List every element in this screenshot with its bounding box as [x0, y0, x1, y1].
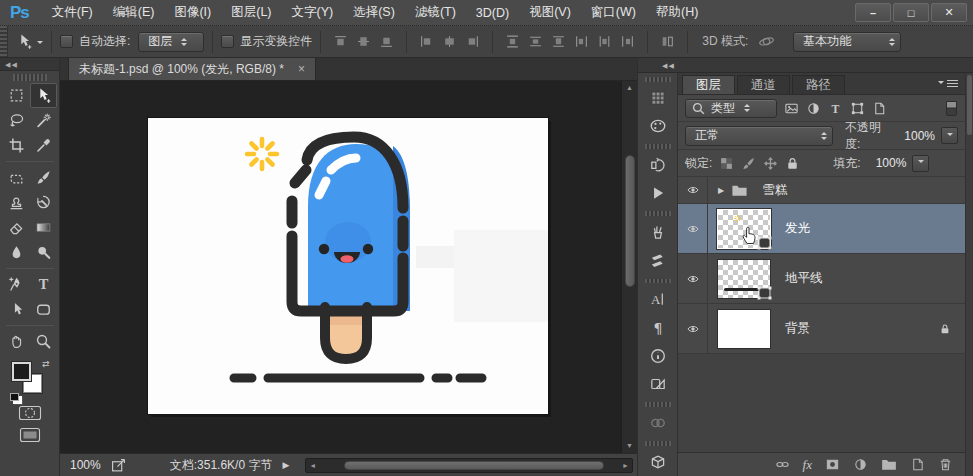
vertical-scroll-thumb[interactable]	[625, 155, 635, 287]
scroll-up-icon[interactable]: ▲	[626, 81, 633, 95]
horizontal-scroll-thumb[interactable]	[344, 461, 604, 470]
panel-scroll-thumb[interactable]	[967, 75, 972, 135]
patch-tool[interactable]	[3, 165, 30, 190]
align-left-edges-icon[interactable]	[415, 34, 438, 49]
rounded-rectangle-tool[interactable]	[30, 297, 57, 322]
menu-view[interactable]: 视图(V)	[519, 4, 581, 21]
type-tool[interactable]: T	[30, 272, 57, 297]
path-selection-tool[interactable]	[3, 297, 30, 322]
layer-name[interactable]: 地平线	[785, 270, 823, 287]
opacity-dropdown-button[interactable]	[941, 127, 958, 144]
strip-gripper[interactable]	[645, 441, 671, 446]
distribute-spacing-icon[interactable]	[656, 34, 679, 49]
layer-thumbnail[interactable]	[717, 259, 771, 299]
distribute-top-edges-icon[interactable]	[501, 34, 524, 49]
3d-panel-icon[interactable]	[638, 448, 677, 476]
eraser-tool[interactable]	[3, 215, 30, 240]
info-panel-icon[interactable]	[638, 342, 677, 370]
filter-type-layers-icon[interactable]: T	[828, 101, 843, 116]
zoom-tool[interactable]	[30, 329, 57, 354]
layer-name[interactable]: 雪糕	[762, 182, 787, 199]
visibility-cell[interactable]	[678, 254, 708, 303]
blur-tool[interactable]	[3, 240, 30, 265]
menu-image[interactable]: 图像(I)	[164, 4, 221, 21]
distribute-vertical-centers-icon[interactable]	[524, 34, 547, 49]
layer-thumbnail[interactable]	[717, 209, 771, 249]
canvas[interactable]	[148, 118, 548, 414]
filter-adjustment-layers-icon[interactable]	[806, 101, 821, 116]
scroll-right-icon[interactable]: ►	[622, 462, 629, 469]
swatches-grid-panel-icon[interactable]	[638, 84, 677, 112]
clone-stamp-tool[interactable]	[3, 190, 30, 215]
scroll-down-icon[interactable]: ▼	[626, 439, 633, 453]
quick-mask-button[interactable]	[18, 405, 42, 421]
opacity-field[interactable]: 100%	[902, 127, 958, 144]
eyedropper-tool[interactable]	[30, 133, 57, 158]
distribute-horizontal-centers-icon[interactable]	[593, 34, 616, 49]
strip-gripper[interactable]	[645, 402, 671, 407]
menu-type[interactable]: 文字(Y)	[282, 4, 344, 21]
pen-tool[interactable]	[3, 272, 30, 297]
strip-gripper[interactable]	[645, 77, 671, 82]
lasso-tool[interactable]	[3, 108, 30, 133]
layer-style-button[interactable]: fx	[803, 457, 812, 473]
show-transform-checkbox[interactable]	[221, 35, 234, 48]
actions-panel-icon[interactable]	[638, 179, 677, 207]
panel-scrollbar[interactable]	[965, 73, 973, 476]
zoom-level[interactable]: 100%	[70, 458, 101, 472]
paragraph-panel-icon[interactable]: ¶	[638, 314, 677, 342]
move-tool-preset-icon[interactable]	[12, 33, 37, 50]
menu-layer[interactable]: 图层(L)	[221, 4, 281, 21]
visibility-cell[interactable]	[678, 204, 708, 253]
layer-row-glow[interactable]: 发光	[678, 204, 965, 254]
new-layer-button[interactable]	[910, 457, 925, 472]
group-expander-icon[interactable]: ▶	[718, 186, 724, 195]
toolbar-collapse[interactable]: ◀◀	[0, 58, 59, 71]
close-button[interactable]: ✕	[931, 3, 967, 22]
lock-all-icon[interactable]	[785, 156, 800, 171]
options-bar-gripper[interactable]	[0, 26, 8, 57]
dodge-tool[interactable]	[30, 240, 57, 265]
menu-select[interactable]: 选择(S)	[343, 4, 405, 21]
fill-field[interactable]: 100%	[874, 155, 930, 172]
menu-file[interactable]: 文件(F)	[42, 4, 103, 21]
align-top-edges-icon[interactable]	[329, 34, 352, 49]
delete-layer-button[interactable]	[938, 457, 953, 472]
filter-pixel-layers-icon[interactable]	[784, 101, 799, 116]
export-icon[interactable]	[111, 458, 126, 473]
layer-row-background[interactable]: 背景	[678, 304, 965, 354]
lock-transparency-icon[interactable]	[719, 156, 734, 171]
layer-row-group[interactable]: ▶ 雪糕	[678, 177, 965, 204]
layer-name[interactable]: 背景	[785, 320, 810, 337]
history-brush-tool[interactable]	[30, 190, 57, 215]
status-expand-icon[interactable]: ▶	[282, 460, 289, 470]
strip-gripper[interactable]	[645, 211, 671, 216]
minimize-button[interactable]: –	[855, 3, 891, 22]
tab-layers[interactable]: 图层	[682, 75, 735, 94]
screen-mode-button[interactable]	[19, 427, 41, 443]
auto-select-target-select[interactable]: 图层	[138, 32, 204, 52]
menu-help[interactable]: 帮助(H)	[646, 4, 708, 21]
libraries-panel-icon[interactable]	[638, 409, 677, 437]
menu-3d[interactable]: 3D(D)	[466, 6, 519, 20]
fill-dropdown-button[interactable]	[912, 155, 929, 172]
layer-row-horizon[interactable]: 地平线	[678, 254, 965, 304]
menu-edit[interactable]: 编辑(E)	[103, 4, 165, 21]
swap-colors-icon[interactable]: ⇄	[42, 359, 50, 369]
panel-menu-button[interactable]	[938, 73, 965, 94]
color-panel-icon[interactable]	[638, 112, 677, 140]
visibility-cell[interactable]	[678, 304, 708, 353]
distribute-bottom-edges-icon[interactable]	[547, 34, 570, 49]
gradient-tool[interactable]	[30, 215, 57, 240]
align-bottom-edges-icon[interactable]	[375, 34, 398, 49]
brush-presets-panel-icon[interactable]	[638, 218, 677, 246]
align-vertical-centers-icon[interactable]	[352, 34, 375, 49]
distribute-right-edges-icon[interactable]	[616, 34, 639, 49]
blend-mode-select[interactable]: 正常	[685, 126, 833, 146]
strip-gripper[interactable]	[645, 144, 671, 149]
new-group-button[interactable]	[881, 458, 897, 471]
hand-tool[interactable]	[3, 329, 30, 354]
history-panel-icon[interactable]	[638, 151, 677, 179]
align-right-edges-icon[interactable]	[461, 34, 484, 49]
dock-collapse[interactable]: ◀◀	[662, 62, 675, 69]
